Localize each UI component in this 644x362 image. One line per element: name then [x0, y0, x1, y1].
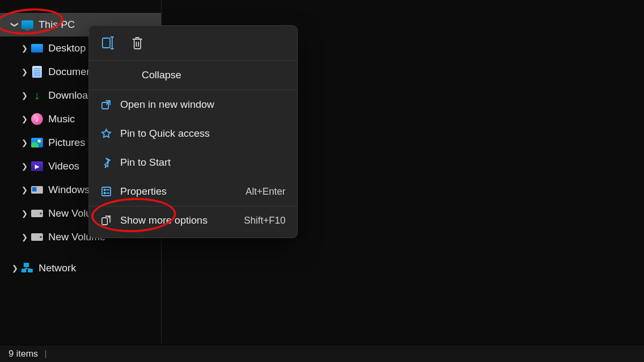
chevron-right-icon[interactable] — [21, 186, 28, 194]
svg-rect-8 — [102, 218, 107, 225]
documents-icon — [31, 66, 43, 78]
context-menu-icon-row — [89, 26, 297, 60]
menu-item-shortcut: Alt+Enter — [245, 186, 286, 197]
tree-item-network[interactable]: Network — [0, 256, 161, 280]
open-new-window-icon — [99, 99, 114, 110]
context-menu: Collapse Open in new window Pin to Quick… — [89, 25, 298, 238]
menu-item-label: Collapse — [142, 69, 181, 81]
tree-item-label: Music — [48, 113, 75, 125]
tree-item-label: Desktop — [48, 42, 86, 54]
menu-item-label: Pin to Start — [120, 157, 171, 168]
tree-item-label: Pictures — [48, 137, 85, 149]
svg-rect-0 — [24, 263, 29, 267]
chevron-right-icon[interactable] — [21, 162, 28, 171]
svg-rect-2 — [28, 269, 33, 272]
menu-item-properties[interactable]: Properties Alt+Enter — [89, 177, 297, 206]
chevron-right-icon[interactable] — [12, 264, 18, 272]
chevron-down-icon[interactable] — [12, 20, 18, 29]
svg-point-7 — [104, 193, 106, 194]
status-separator: | — [45, 349, 47, 359]
properties-icon — [99, 186, 114, 197]
svg-rect-5 — [102, 187, 111, 196]
delete-icon[interactable] — [130, 35, 145, 50]
chevron-right-icon[interactable] — [21, 233, 28, 241]
menu-item-show-more-options[interactable]: Show more options Shift+F10 — [89, 206, 297, 234]
tree-item-label: This PC — [39, 19, 75, 31]
show-more-icon — [99, 215, 114, 226]
drive-icon — [31, 208, 43, 219]
menu-item-pin-start[interactable]: Pin to Start — [89, 148, 297, 177]
menu-item-pin-quick-access[interactable]: Pin to Quick access — [89, 119, 297, 148]
pin-icon — [99, 157, 114, 168]
menu-item-label: Properties — [120, 186, 167, 197]
network-icon — [21, 262, 33, 274]
pictures-icon — [31, 137, 43, 149]
rename-icon[interactable] — [101, 35, 116, 50]
menu-item-label: Pin to Quick access — [120, 128, 210, 139]
svg-rect-3 — [103, 38, 110, 48]
chevron-right-icon[interactable] — [21, 209, 28, 218]
chevron-right-icon[interactable] — [21, 68, 28, 76]
drive-icon — [31, 184, 43, 196]
desktop-icon — [31, 42, 43, 54]
star-icon — [99, 128, 114, 139]
chevron-right-icon[interactable] — [21, 138, 28, 147]
videos-icon: ▶ — [31, 160, 43, 172]
tree-item-label: Network — [39, 262, 76, 274]
tree-item-label: Videos — [48, 160, 79, 172]
chevron-right-icon[interactable] — [21, 91, 28, 100]
music-icon: ♪ — [31, 113, 43, 125]
menu-item-label: Show more options — [120, 215, 208, 226]
menu-item-shortcut: Shift+F10 — [244, 215, 286, 226]
menu-item-label: Open in new window — [120, 99, 214, 110]
downloads-icon: ↓ — [31, 90, 43, 101]
menu-item-collapse[interactable]: Collapse — [89, 61, 297, 90]
drive-icon — [31, 231, 43, 243]
svg-rect-1 — [21, 269, 26, 272]
this-pc-icon — [21, 19, 33, 31]
status-item-count: 9 items — [9, 349, 38, 359]
svg-point-6 — [104, 189, 106, 191]
chevron-right-icon[interactable] — [21, 115, 28, 123]
status-bar: 9 items | — [0, 345, 644, 362]
menu-item-open-new-window[interactable]: Open in new window — [89, 90, 297, 119]
chevron-right-icon[interactable] — [21, 44, 28, 53]
